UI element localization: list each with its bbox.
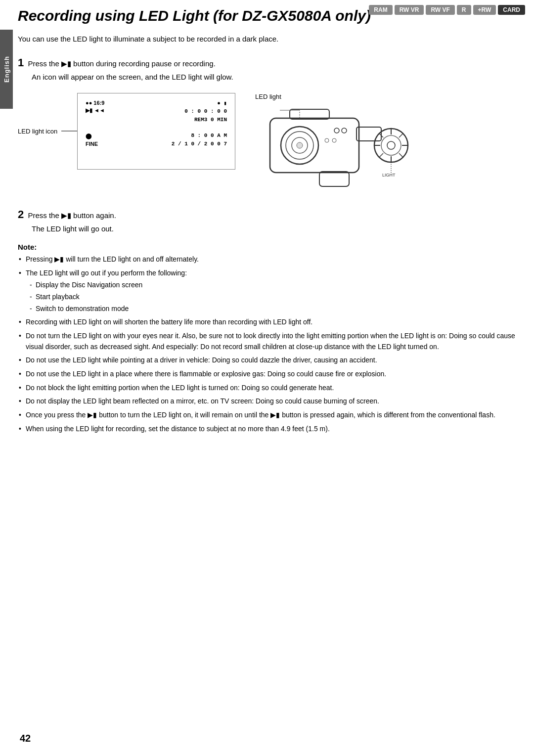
screen-bottom-left-1: ⬤	[86, 133, 98, 140]
svg-point-25	[325, 138, 329, 142]
nav-pill-plusrw: +RW	[473, 5, 496, 15]
svg-point-21	[342, 128, 347, 133]
svg-line-16	[379, 153, 383, 157]
note-list: Pressing ▶▮ will turn the LED light on a…	[18, 254, 519, 435]
nav-pill-ram: RAM	[369, 5, 392, 15]
note-item-0: Pressing ▶▮ will turn the LED light on a…	[18, 254, 519, 265]
note-sub-item-1-0: Display the Disc Navigation screen	[26, 280, 519, 291]
camera-illustration: LIGHT	[250, 103, 418, 192]
screen-top-left-1: ●● 16:9	[86, 99, 105, 107]
svg-point-26	[332, 138, 336, 142]
screen-icons-left: ●● 16:9 ▶▮ ◄◄	[86, 99, 105, 115]
screen-mockup: ●● 16:9 ▶▮ ◄◄ ● ▮ 0 : 0 0 : 0 0 REM3 0 M…	[77, 93, 235, 170]
screen-bottom-right-1: 8 : 0 0 A M	[172, 132, 227, 140]
svg-point-17	[387, 141, 395, 149]
nav-pill-rwvf: RW VF	[426, 5, 454, 15]
screen-bottom-row: ⬤ FINE 8 : 0 0 A M 2 / 1 0 / 2 0 0 7	[86, 132, 227, 148]
svg-rect-22	[319, 172, 349, 186]
screen-top-row: ●● 16:9 ▶▮ ◄◄ ● ▮ 0 : 0 0 : 0 0 REM3 0 M…	[86, 99, 227, 124]
svg-text:LIGHT: LIGHT	[382, 173, 396, 178]
intro-text: You can use the LED light to illuminate …	[18, 34, 519, 45]
screen-bottom-left: ⬤ FINE	[86, 133, 98, 148]
step-1-sub: An icon will appear on the screen, and t…	[32, 71, 519, 83]
note-item-9: When using the LED light for recording, …	[18, 424, 519, 435]
note-item-7: Do not display the LED light beam reflec…	[18, 396, 519, 407]
page-number: 42	[20, 733, 31, 744]
step-2-main: Press the ▶▮ button again.	[28, 211, 116, 220]
top-nav: RAM RW VR RW VF R +RW CARD	[360, 0, 534, 20]
screen-bottom-right: 8 : 0 0 A M 2 / 1 0 / 2 0 0 7	[172, 132, 227, 148]
note-item-5: Do not use the LED light in a place wher…	[18, 369, 519, 380]
nav-pill-r: R	[457, 5, 471, 15]
note-section: Note: Pressing ▶▮ will turn the LED ligh…	[18, 243, 519, 435]
svg-point-20	[334, 128, 339, 133]
main-content: Recording using LED Light (for DZ-GX5080…	[18, 0, 519, 435]
screen-top-left-2: ▶▮ ◄◄	[86, 107, 105, 114]
led-light-icon-label: LED light icon	[18, 128, 57, 135]
screen-wrapper: LED light icon ●● 16:9 ▶▮ ◄◄ ● ▮ 0 : 0 0…	[77, 93, 235, 170]
step-1-main: Press the ▶▮ button during recording pau…	[28, 59, 215, 68]
step-1: 1 Press the ▶▮ button during recording p…	[18, 54, 519, 83]
note-sub-item-1-1: Start playback	[26, 292, 519, 303]
step-2-sub: The LED light will go out.	[32, 223, 519, 235]
note-sub-item-1-2: Switch to demonstration mode	[26, 304, 519, 314]
step-1-number: 1	[18, 56, 24, 69]
note-item-2: Recording with LED light on will shorten…	[18, 317, 519, 328]
note-item-8: Once you press the ▶▮ button to turn the…	[18, 410, 519, 421]
note-item-3: Do not turn the LED light on with your e…	[18, 331, 519, 352]
note-title: Note:	[18, 243, 519, 251]
diagram-area: LED light icon ●● 16:9 ▶▮ ◄◄ ● ▮ 0 : 0 0…	[18, 93, 519, 194]
nav-pill-rwvr: RW VR	[395, 5, 424, 15]
screen-top-right-3: REM3 0 MIN	[184, 116, 227, 124]
svg-point-4	[297, 142, 303, 148]
side-tab: English	[0, 30, 13, 109]
screen-bottom-right-2: 2 / 1 0 / 2 0 0 7	[172, 140, 227, 148]
screen-top-right-1: ● ▮	[184, 99, 227, 108]
note-item-6: Do not block the light emitting portion …	[18, 383, 519, 394]
step-2: 2 Press the ▶▮ button again. The LED lig…	[18, 206, 519, 235]
camera-label: LED light	[255, 93, 519, 100]
note-item-1: The LED light will go out if you perform…	[18, 268, 519, 314]
nav-pill-card: CARD	[498, 5, 525, 15]
side-tab-label: English	[3, 56, 10, 83]
svg-line-15	[399, 133, 403, 137]
note-item-4: Do not use the LED light while pointing …	[18, 355, 519, 366]
screen-bottom-left-2: FINE	[86, 140, 98, 148]
step-2-number: 2	[18, 208, 24, 221]
camera-area: LED light	[250, 93, 519, 194]
svg-rect-6	[356, 127, 381, 141]
svg-rect-0	[270, 118, 359, 173]
svg-point-8	[381, 135, 401, 155]
note-sub-list-1: Display the Disc Navigation screen Start…	[26, 280, 519, 314]
screen-top-right-2: 0 : 0 0 : 0 0	[184, 107, 227, 116]
svg-line-14	[399, 153, 403, 157]
screen-icons-right: ● ▮ 0 : 0 0 : 0 0 REM3 0 MIN	[184, 99, 227, 124]
